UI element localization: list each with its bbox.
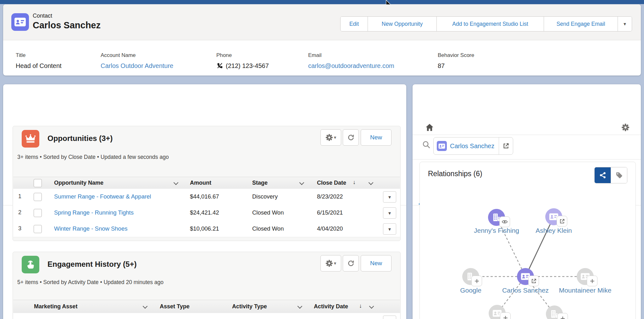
col-amount[interactable]: Amount	[190, 180, 211, 186]
chevron-down-icon[interactable]	[143, 304, 148, 309]
entity-label: Contact	[33, 13, 52, 19]
col-activity-type[interactable]: Activity Type	[232, 303, 267, 310]
opportunities-meta: 3+ items • Sorted by Close Date • Update…	[17, 154, 169, 160]
opportunity-object-icon	[22, 130, 39, 148]
contact-chip-icon	[437, 141, 447, 151]
table-row: 2 Spring Range - Running Tights $24,421.…	[13, 205, 400, 221]
edit-button[interactable]: Edit	[341, 17, 368, 31]
engagement-history-settings-button[interactable]	[320, 255, 341, 271]
external-link-badge-icon[interactable]	[557, 216, 567, 227]
eye-badge-icon[interactable]	[499, 216, 510, 227]
opportunities-table-header: Opportunity Name Amount Stage Close Date	[13, 177, 400, 189]
sort-desc-icon	[353, 179, 356, 186]
gear-icon[interactable]	[621, 123, 630, 132]
more-actions-dropdown-button[interactable]	[618, 17, 632, 31]
col-close-date[interactable]: Close Date	[317, 180, 346, 186]
top-bar	[0, 0, 644, 4]
toolbar-divider	[413, 135, 641, 135]
table-row: 1 Summer Range - Footwear & Apparel $44,…	[13, 189, 400, 205]
stage-cell: Closed Won	[252, 225, 284, 232]
engagement-history-refresh-button[interactable]	[343, 255, 359, 271]
chevron-down-icon[interactable]	[297, 304, 303, 309]
engagement-history-title[interactable]: Engagement History (5+)	[47, 260, 136, 269]
row-actions-dropdown-button[interactable]	[383, 207, 396, 219]
field-value-behavior-score: 87	[438, 62, 445, 70]
refresh-icon	[347, 260, 355, 267]
search-context-chip[interactable]: Carlos Sanchez	[433, 137, 513, 155]
contact-card-icon	[14, 17, 26, 27]
plus-badge-icon[interactable]	[471, 276, 482, 286]
opportunities-refresh-button[interactable]	[343, 129, 359, 146]
col-activity-date[interactable]: Activity Date	[314, 303, 348, 310]
row-actions-dropdown-button[interactable]	[383, 191, 396, 203]
engagement-history-object-icon	[22, 256, 39, 273]
field-value-email[interactable]: carlos@outdooradventure.com	[308, 62, 394, 70]
salesforce-contact-page: Contact Carlos Sanchez Edit New Opportun…	[0, 0, 644, 319]
node-label[interactable]: Carlos Sanchez	[491, 287, 560, 294]
header-action-group: Edit New Opportunity Add to Engagement S…	[340, 16, 632, 31]
engagement-history-card: Engagement History (5+) New	[13, 252, 401, 319]
field-label-email: Email	[308, 52, 322, 59]
table-row	[13, 313, 400, 319]
contact-header-card: Contact Carlos Sanchez Edit New Opportun…	[3, 4, 641, 76]
new-opportunity-button[interactable]: New Opportunity	[368, 17, 437, 31]
contact-object-icon	[11, 13, 29, 31]
amount-cell: $10,006.21	[190, 225, 219, 232]
row-number: 1	[18, 193, 21, 200]
opportunities-card: Opportunities (3+) New 3	[13, 126, 401, 241]
field-label-title: Title	[16, 52, 26, 59]
col-marketing-asset[interactable]: Marketing Asset	[34, 303, 77, 310]
col-opportunity-name[interactable]: Opportunity Name	[54, 180, 103, 186]
relationships-card: Relationships (6)	[419, 162, 636, 319]
row-actions-dropdown-button[interactable]	[383, 223, 396, 235]
plus-badge-icon[interactable]	[500, 312, 511, 319]
col-asset-type[interactable]: Asset Type	[160, 303, 190, 310]
chevron-down-icon[interactable]	[369, 180, 374, 185]
col-stage[interactable]: Stage	[252, 180, 268, 186]
amount-cell: $44,016.67	[190, 193, 219, 200]
phone-icon	[216, 62, 223, 69]
engagement-history-new-button[interactable]: New	[361, 255, 391, 271]
row-number: 3	[18, 225, 21, 232]
refresh-icon	[347, 134, 355, 141]
home-icon[interactable]	[425, 123, 435, 132]
left-panel-card: Related Details Engagement Opportunities…	[3, 84, 406, 319]
sort-desc-icon	[359, 303, 362, 309]
opportunity-link[interactable]: Summer Range - Footwear & Apparel	[54, 193, 151, 200]
chevron-down-icon[interactable]	[369, 304, 374, 309]
chip-label: Carlos Sanchez	[450, 143, 494, 150]
chevron-down-icon[interactable]	[299, 180, 304, 185]
row-checkbox[interactable]	[34, 193, 42, 201]
opportunity-link[interactable]: Winter Range - Snow Shoes	[54, 225, 127, 232]
row-actions-dropdown-button[interactable]	[383, 316, 396, 319]
external-link-icon[interactable]	[499, 143, 513, 149]
select-all-checkbox[interactable]	[34, 179, 42, 187]
node-label[interactable]: Mountaineer Mike	[551, 287, 620, 294]
amount-cell: $24,421.42	[190, 209, 219, 216]
field-value-phone[interactable]: (212) 123-4567	[226, 62, 269, 70]
row-checkbox[interactable]	[34, 225, 42, 233]
external-link-badge-icon[interactable]	[528, 276, 539, 286]
search-icon[interactable]	[422, 140, 431, 149]
opportunities-new-button[interactable]: New	[361, 129, 391, 146]
add-to-engagement-studio-list-button[interactable]: Add to Engagement Studio List	[437, 17, 544, 31]
crown-icon	[25, 134, 36, 144]
node-label[interactable]: Ashley Klein	[519, 227, 588, 234]
gear-icon	[325, 134, 333, 141]
field-value-account-name[interactable]: Carlos Outdoor Adventure	[101, 62, 173, 70]
stage-cell: Closed Won	[252, 209, 284, 216]
send-engage-email-button[interactable]: Send Engage Email	[544, 17, 618, 31]
plus-badge-icon[interactable]	[557, 313, 568, 319]
right-panel-card: Insights Activity Chatter	[413, 84, 641, 319]
opportunities-settings-button[interactable]	[320, 129, 341, 146]
opportunity-link[interactable]: Spring Range - Running Tights	[54, 209, 134, 216]
opportunities-title[interactable]: Opportunities (3+)	[47, 134, 113, 143]
row-checkbox[interactable]	[34, 209, 42, 217]
chevron-down-icon[interactable]	[174, 180, 179, 185]
close-date-cell: 4/04/2020	[317, 225, 343, 232]
field-label-phone: Phone	[216, 52, 232, 59]
relationship-graph-edges	[420, 162, 636, 319]
plus-badge-icon[interactable]	[587, 276, 597, 286]
table-row: 3 Winter Range - Snow Shoes $10,006.21 C…	[13, 221, 400, 237]
row-number: 2	[18, 209, 21, 216]
